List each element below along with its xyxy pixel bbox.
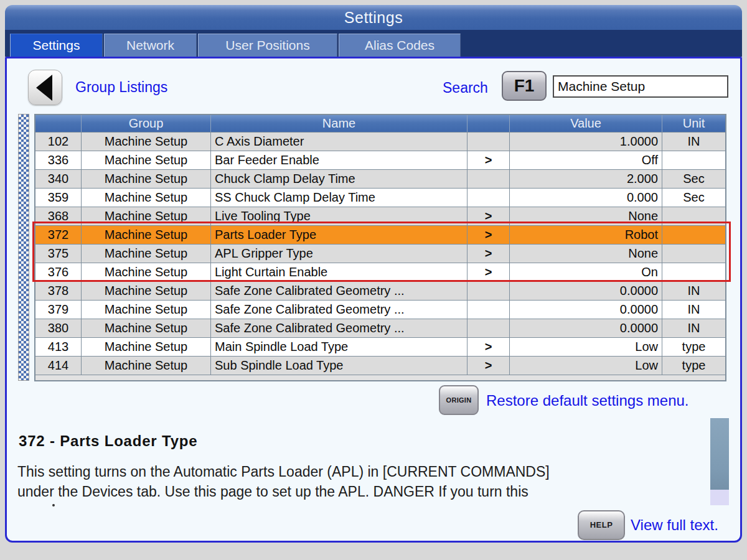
table-row[interactable]: 378Machine SetupSafe Zone Calibrated Geo… — [35, 281, 725, 300]
table-row[interactable]: 380Machine SetupSafe Zone Calibrated Geo… — [35, 319, 725, 337]
table-body: 102Machine SetupC Axis Diameter1.0000IN3… — [35, 132, 725, 375]
cell-unit: type — [662, 357, 725, 375]
table-row[interactable]: 414Machine SetupSub Spindle Load Type>Lo… — [35, 356, 725, 375]
cell-num: 340 — [35, 170, 82, 188]
table-footer-strip — [35, 375, 725, 380]
table-row[interactable]: 376Machine SetupLight Curtain Enable>On — [35, 263, 725, 281]
cell-num: 380 — [35, 319, 82, 337]
help-button[interactable]: HELP — [578, 510, 625, 540]
f1-key-button[interactable]: F1 — [502, 71, 547, 101]
cell-unit: type — [662, 338, 725, 356]
cell-unit — [662, 226, 725, 244]
table-row[interactable]: 375Machine SetupAPL Gripper Type>None — [35, 244, 725, 263]
table-row[interactable]: 102Machine SetupC Axis Diameter1.0000IN — [35, 132, 725, 151]
tab-bar: Settings Network User Positions Alias Co… — [5, 30, 742, 57]
cell-name: Live Tooling Type — [211, 207, 467, 225]
header-number — [35, 115, 82, 132]
cell-arrow: > — [467, 207, 510, 225]
cell-unit: IN — [662, 133, 725, 151]
group-listings-link[interactable]: Group Listings — [75, 79, 167, 96]
table-drag-strip[interactable] — [18, 114, 29, 381]
cell-name: Parts Loader Type — [211, 226, 467, 244]
cell-name: Light Curtain Enable — [211, 263, 467, 281]
table-row[interactable]: 359Machine SetupSS Chuck Clamp Delay Tim… — [35, 188, 725, 207]
title-bar: Settings — [5, 5, 742, 30]
help-scrollbar[interactable] — [710, 418, 729, 505]
cell-arrow — [467, 170, 510, 188]
cell-unit: Sec — [662, 189, 725, 207]
tab-network[interactable]: Network — [104, 34, 197, 57]
help-heading: 372 - Parts Loader Type — [19, 432, 197, 450]
cell-name: Safe Zone Calibrated Geometry ... — [211, 282, 467, 300]
cell-num: 359 — [35, 189, 82, 207]
tab-settings[interactable]: Settings — [10, 34, 103, 57]
cell-unit — [662, 245, 725, 263]
cell-group: Machine Setup — [82, 263, 211, 281]
restore-defaults-link[interactable]: Restore default settings menu. — [486, 392, 689, 409]
origin-button[interactable]: ORIGIN — [439, 385, 479, 415]
cell-group: Machine Setup — [82, 189, 211, 207]
cell-group: Machine Setup — [82, 301, 211, 319]
cell-arrow: > — [467, 226, 510, 244]
cell-value: 0.0000 — [510, 301, 662, 319]
cell-unit: IN — [662, 301, 725, 319]
cell-num: 375 — [35, 245, 82, 263]
cell-unit: IN — [662, 282, 725, 300]
settings-screen: Settings Settings Network User Positions… — [0, 0, 747, 560]
search-input[interactable] — [553, 75, 728, 98]
cell-group: Machine Setup — [82, 133, 211, 151]
table-row[interactable]: 372Machine SetupParts Loader Type>Robot — [35, 225, 725, 244]
tab-user-positions[interactable]: User Positions — [198, 34, 337, 57]
cell-arrow: > — [467, 151, 510, 169]
view-full-text-link[interactable]: View full text. — [631, 516, 718, 534]
clipped-text-fragment — [52, 504, 55, 506]
cell-arrow — [467, 319, 510, 337]
back-button[interactable] — [28, 70, 62, 105]
cell-arrow — [467, 282, 510, 300]
cell-unit — [662, 263, 725, 281]
cell-arrow: > — [467, 357, 510, 375]
table-row[interactable]: 413Machine SetupMain Spindle Load Type>L… — [35, 337, 725, 356]
cell-group: Machine Setup — [82, 282, 211, 300]
cell-name: Sub Spindle Load Type — [211, 357, 467, 375]
cell-group: Machine Setup — [82, 357, 211, 375]
page-title: Settings — [344, 9, 403, 27]
cell-value: 0.0000 — [510, 282, 662, 300]
cell-value: Low — [510, 357, 662, 375]
cell-num: 102 — [35, 133, 82, 151]
cell-name: APL Gripper Type — [211, 245, 467, 263]
help-text-line-2: under the Devices tab. Use this page to … — [17, 483, 529, 500]
cell-value: None — [510, 245, 662, 263]
table-row[interactable]: 379Machine SetupSafe Zone Calibrated Geo… — [35, 300, 725, 319]
table-header-row: Group Name Value Unit — [35, 115, 725, 132]
cell-name: C Axis Diameter — [211, 133, 467, 151]
table-row[interactable]: 368Machine SetupLive Tooling Type>None — [35, 207, 725, 225]
tab-alias-codes[interactable]: Alias Codes — [339, 34, 461, 57]
settings-table: Group Name Value Unit 102Machine SetupC … — [34, 114, 726, 381]
cell-arrow — [467, 133, 510, 151]
cell-name: Bar Feeder Enable — [211, 151, 467, 169]
table-row[interactable]: 336Machine SetupBar Feeder Enable>Off — [35, 151, 725, 169]
cell-name: Safe Zone Calibrated Geometry ... — [211, 319, 467, 337]
cell-value: 0.0000 — [510, 319, 662, 337]
cell-group: Machine Setup — [82, 170, 211, 188]
cell-name: Main Spindle Load Type — [211, 338, 467, 356]
cell-group: Machine Setup — [82, 338, 211, 356]
cell-group: Machine Setup — [82, 319, 211, 337]
cell-unit: Sec — [662, 170, 725, 188]
back-arrow-icon — [36, 75, 52, 101]
cell-num: 368 — [35, 207, 82, 225]
cell-group: Machine Setup — [82, 207, 211, 225]
cell-arrow: > — [467, 338, 510, 356]
scrollbar-thumb[interactable] — [710, 418, 729, 490]
header-group: Group — [82, 115, 211, 132]
cell-value: On — [510, 263, 662, 281]
cell-group: Machine Setup — [82, 151, 211, 169]
cell-arrow: > — [467, 263, 510, 281]
cell-num: 378 — [35, 282, 82, 300]
cell-value: Robot — [510, 226, 662, 244]
table-row[interactable]: 340Machine SetupChuck Clamp Delay Time2.… — [35, 169, 725, 188]
cell-arrow — [467, 301, 510, 319]
cell-value: None — [510, 207, 662, 225]
cell-value: 0.000 — [510, 189, 662, 207]
